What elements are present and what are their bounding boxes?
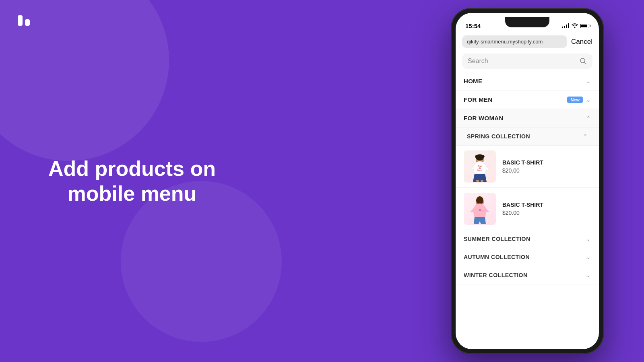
chevron-down-icon: ⌄ [586,78,591,84]
status-time: 15:54 [465,23,481,29]
spring-collection-label: SPRING COLLECTION [467,133,530,140]
svg-rect-8 [481,180,483,182]
menu-item-for-men-right: New ⌄ [567,97,591,103]
chevron-down-icon-autumn: ⌄ [586,254,591,260]
search-bar[interactable]: Search [462,53,592,69]
phone-notch [505,17,549,27]
product-info-1: BASIC T-SHIRT $20.00 [502,159,543,174]
url-bar: qikify-smartmenu.myshopify.com [462,35,567,48]
menu-item-for-men-label: FOR MEN [464,96,492,103]
menu-item-home[interactable]: HOME ⌄ [456,72,599,90]
collection-item-summer[interactable]: SUMMER COLLECTION ⌄ [456,230,599,248]
search-icon [580,58,587,65]
svg-point-10 [476,196,483,204]
chevron-down-icon-summer: ⌄ [586,236,591,242]
new-badge: New [567,97,583,103]
tshirt-svg-1: Clair dé lune. [466,152,494,182]
logo-icon [16,12,33,29]
svg-rect-7 [476,180,479,182]
cancel-button[interactable]: Cancel [571,38,592,46]
menu-item-for-men[interactable]: FOR MEN New ⌄ [456,90,599,109]
menu-item-for-woman-section: FOR WOMAN ⌃ SPRING COLLECTION ⌃ [456,109,599,230]
menu-item-for-woman-label: FOR WOMAN [464,115,504,121]
autumn-collection-label: AUTUMN COLLECTION [464,254,530,260]
headline-line2: mobile menu [68,182,197,205]
wifi-icon [572,23,578,29]
svg-text:lune.: lune. [477,169,482,171]
svg-text:✿: ✿ [479,208,481,212]
tshirt-svg-2: ✿ [466,194,494,224]
signal-bar-1 [562,27,563,28]
product-price-1: $20.00 [502,167,543,174]
product-image-1: Clair dé lune. [464,150,496,183]
product-image-2: ✿ [464,193,496,225]
product-item-2[interactable]: ✿ BASIC T-SHIRT $20.00 [456,188,599,230]
signal-bar-2 [564,26,565,28]
phone-wrapper: 15:54 [451,8,604,354]
product-price-2: $20.00 [502,210,543,216]
headline-line1: Add products on [48,157,216,180]
signal-bar-3 [566,25,567,28]
signal-bar-4 [568,23,569,28]
spring-collection-header[interactable]: SPRING COLLECTION ⌃ [456,128,599,146]
search-input-placeholder: Search [468,58,576,65]
phone-frame: 15:54 [451,8,604,354]
menu-item-home-label: HOME [464,78,482,84]
product-name-1: BASIC T-SHIRT [502,159,543,166]
svg-rect-1 [25,19,30,26]
url-text: qikify-smartmenu.myshopify.com [467,39,543,45]
menu-item-home-right: ⌄ [586,78,591,84]
summer-collection-label: SUMMER COLLECTION [464,236,530,242]
product-item-1[interactable]: Clair dé lune. BASIC T-SHIRT [456,146,599,188]
product-info-2: BASIC T-SHIRT $20.00 [502,202,543,216]
winter-collection-label: WINTER COLLECTION [464,272,528,278]
menu-content: Search HOME ⌄ FOR MEN [456,52,599,349]
browser-bar: qikify-smartmenu.myshopify.com Cancel [456,33,599,52]
headline: Add products on mobile menu [48,156,216,206]
chevron-up-icon-spring: ⌃ [583,133,588,140]
svg-rect-0 [18,15,23,26]
product-name-2: BASIC T-SHIRT [502,202,543,208]
menu-item-for-woman[interactable]: FOR WOMAN ⌃ [456,109,599,128]
collection-item-winter[interactable]: WINTER COLLECTION ⌄ [456,266,599,284]
menu-item-for-woman-right: ⌃ [586,115,591,121]
battery-icon [580,24,589,28]
chevron-up-icon-woman: ⌃ [586,115,591,121]
collection-item-autumn[interactable]: AUTUMN COLLECTION ⌄ [456,248,599,266]
battery-fill [581,25,587,27]
chevron-down-icon-men: ⌄ [586,97,591,103]
status-icons [562,23,589,29]
chevron-down-icon-winter: ⌄ [586,272,591,278]
phone-screen: 15:54 [456,13,599,349]
signal-bars [562,23,569,28]
logo [16,12,33,29]
